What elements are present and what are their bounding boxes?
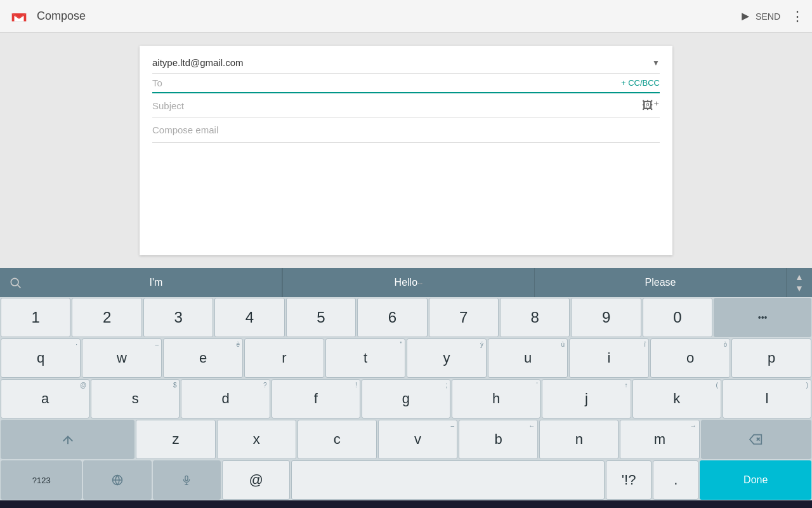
key-8[interactable]: 8 <box>500 298 570 337</box>
key-c[interactable]: c <box>298 420 377 459</box>
suggestion-middle-text: Hello <box>395 277 417 288</box>
key-5[interactable]: 5 <box>286 298 356 337</box>
key-d[interactable]: ?d <box>181 379 270 418</box>
key-0[interactable]: 0 <box>643 298 712 337</box>
key-p[interactable]: p <box>731 338 811 378</box>
keyboard-search-icon[interactable] <box>0 268 30 297</box>
key-m[interactable]: →m <box>620 420 699 459</box>
key-t[interactable]: "t <box>325 338 405 378</box>
key-n[interactable]: n <box>539 420 619 459</box>
keyboard: 1 2 3 4 5 6 7 8 9 0 ••• ·q –w èe r "t ýy… <box>0 297 812 500</box>
qwerty-row: ·q –w èe r "t ýy ùu îi òo p <box>0 338 812 378</box>
done-key[interactable]: Done <box>700 460 811 500</box>
suggestion-left[interactable]: I'm <box>30 268 282 297</box>
key-7[interactable]: 7 <box>429 298 499 337</box>
space-key[interactable] <box>291 460 605 500</box>
apostrophe-label: '!? <box>622 472 636 488</box>
key-b[interactable]: ←b <box>459 420 538 459</box>
backspace-key[interactable] <box>701 420 811 459</box>
key-v[interactable]: –v <box>378 420 457 459</box>
key-w[interactable]: –w <box>82 338 162 378</box>
period-key[interactable]: . <box>653 460 698 500</box>
subject-row: Subject 🖼⁺ <box>152 93 660 118</box>
shift-icon <box>61 432 75 446</box>
cc-bcc-button[interactable]: + CC/BCC <box>621 78 660 88</box>
key-x[interactable]: x <box>217 420 296 459</box>
apostrophe-key[interactable]: '!? <box>606 460 652 500</box>
from-dropdown-icon[interactable]: ▼ <box>652 58 660 67</box>
bottom-row: ?123 @ '!? . Done <box>0 460 812 500</box>
asdf-row: @a $s ?d !f ;g 'h ↑j (k )l <box>0 378 812 419</box>
language-icon <box>112 474 123 486</box>
suggestions-bar: I'm Hello ··· Please ▲ ▼ <box>0 268 812 297</box>
key-ellipsis[interactable]: ••• <box>714 298 811 337</box>
compose-card: aitype.ltd@gmail.com ▼ To + CC/BCC Subje… <box>140 46 672 255</box>
key-q[interactable]: ·q <box>1 338 81 378</box>
key-2[interactable]: 2 <box>72 298 141 337</box>
language-key[interactable] <box>83 460 151 500</box>
key-s[interactable]: $s <box>91 379 180 418</box>
send-icon: ► <box>739 9 752 23</box>
compose-area: aitype.ltd@gmail.com ▼ To + CC/BCC Subje… <box>0 33 812 268</box>
page-title: Compose <box>37 10 739 23</box>
suggestion-middle[interactable]: Hello ··· <box>282 268 535 297</box>
mic-icon <box>181 475 192 485</box>
key-i[interactable]: îi <box>569 338 649 378</box>
svg-line-2 <box>18 285 21 288</box>
mic-key[interactable] <box>153 460 221 500</box>
backspace-icon <box>749 432 763 446</box>
key-y[interactable]: ýy <box>407 338 487 378</box>
key-h[interactable]: 'h <box>452 379 540 418</box>
key-g[interactable]: ;g <box>362 379 450 418</box>
from-row: aitype.ltd@gmail.com ▼ <box>152 52 660 74</box>
done-label: Done <box>743 474 768 486</box>
num-sym-key[interactable]: ?123 <box>1 460 82 500</box>
key-l[interactable]: )l <box>723 379 811 418</box>
number-row: 1 2 3 4 5 6 7 8 9 0 ••• <box>0 297 812 338</box>
key-9[interactable]: 9 <box>571 298 641 337</box>
from-email: aitype.ltd@gmail.com <box>152 57 652 68</box>
at-key[interactable]: @ <box>222 460 290 500</box>
svg-point-1 <box>11 278 18 286</box>
attach-image-icon[interactable]: 🖼⁺ <box>642 98 660 112</box>
key-j[interactable]: ↑j <box>542 379 631 418</box>
shift-key[interactable] <box>1 420 134 459</box>
to-field[interactable]: To <box>152 77 621 88</box>
top-bar: Compose ► SEND ⋮ <box>0 0 812 33</box>
key-e[interactable]: èe <box>163 338 243 378</box>
body-field[interactable]: Compose email <box>152 124 218 135</box>
key-4[interactable]: 4 <box>214 298 284 337</box>
suggestion-dots: ··· <box>417 280 422 287</box>
key-6[interactable]: 6 <box>357 298 427 337</box>
keyboard-arrows[interactable]: ▲ ▼ <box>787 268 812 297</box>
zxcv-row: z x c –v ←b n →m <box>0 419 812 460</box>
key-k[interactable]: (k <box>632 379 721 418</box>
to-row: To + CC/BCC <box>152 74 660 93</box>
key-3[interactable]: 3 <box>143 298 213 337</box>
key-u[interactable]: ùu <box>488 338 568 378</box>
key-f[interactable]: !f <box>272 379 360 418</box>
body-row: Compose email <box>152 118 660 143</box>
key-a[interactable]: @a <box>1 379 89 418</box>
send-label: SEND <box>756 11 780 22</box>
num-sym-label: ?123 <box>32 476 51 485</box>
key-o[interactable]: òo <box>650 338 730 378</box>
send-button[interactable]: ► SEND <box>739 9 780 23</box>
more-options-icon[interactable]: ⋮ <box>790 8 804 25</box>
gmail-logo <box>8 5 30 28</box>
svg-rect-8 <box>185 476 188 480</box>
suggestion-right[interactable]: Please <box>535 268 787 297</box>
subject-field[interactable]: Subject <box>152 100 642 111</box>
key-r[interactable]: r <box>244 338 324 378</box>
nav-bar: ‹ ⌂ ◻ ⌨ 💼 ✓ 🖼 ▬ 3:36 ⎯ ◨ ▮ <box>0 500 812 508</box>
key-1[interactable]: 1 <box>1 298 70 337</box>
key-z[interactable]: z <box>136 420 215 459</box>
